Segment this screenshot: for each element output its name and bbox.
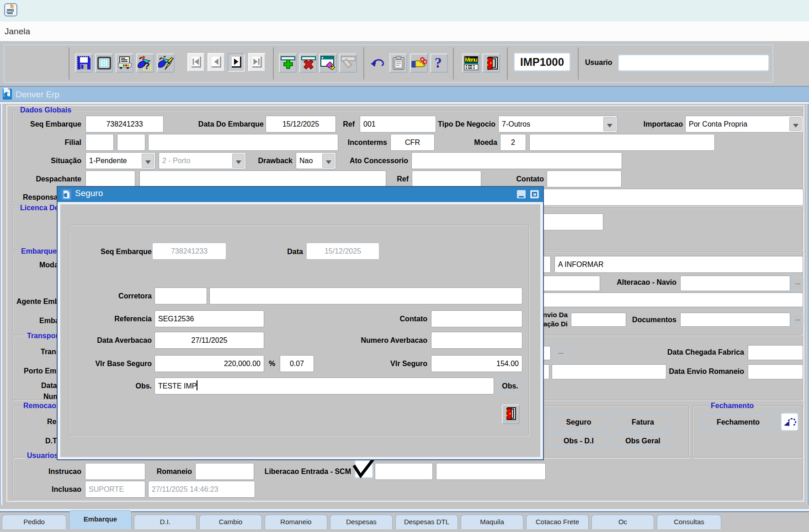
svg-text:Menu: Menu xyxy=(465,56,478,63)
svg-text:?: ? xyxy=(144,60,150,71)
svg-text:?: ? xyxy=(435,55,442,71)
